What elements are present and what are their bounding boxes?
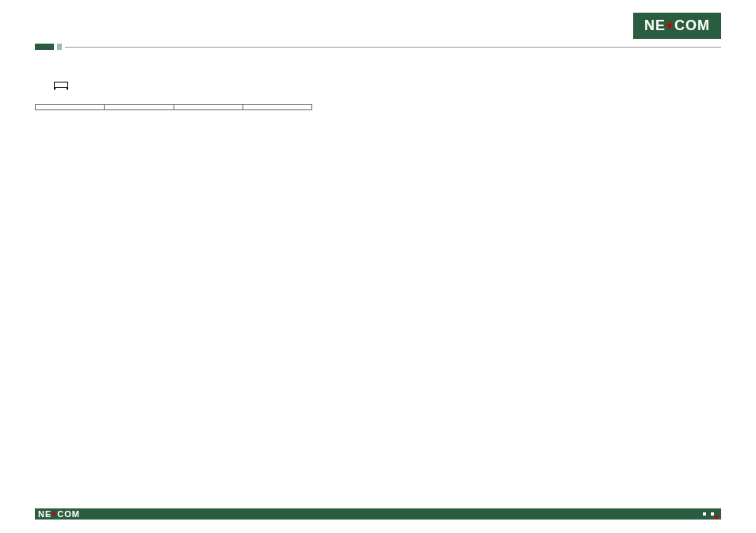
connector-diagram — [35, 82, 721, 90]
nexcom-logo-top: NE✦COM — [633, 13, 721, 39]
th-pin-1 — [36, 105, 105, 110]
page-footer: NE✦COM — [0, 508, 756, 522]
connector-notch-icon — [55, 87, 67, 90]
footer-decoration-icon — [703, 512, 718, 516]
pin-definition-table — [35, 104, 312, 110]
th-def-1 — [105, 105, 174, 110]
th-def-2 — [242, 105, 311, 110]
th-pin-2 — [174, 105, 242, 110]
table-header-row — [36, 105, 312, 110]
connector-box-icon — [54, 82, 68, 90]
footer-bar: NE✦COM — [35, 508, 721, 520]
nexcom-logo-bottom: NE✦COM — [35, 509, 80, 519]
header-divider — [35, 44, 721, 50]
page-header: NE✦COM — [35, 13, 721, 39]
